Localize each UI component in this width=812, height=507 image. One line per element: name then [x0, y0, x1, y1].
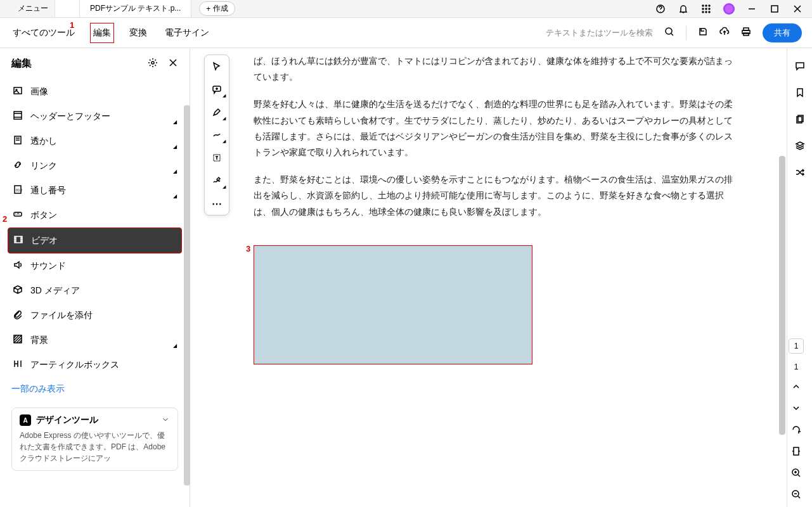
sound-icon — [13, 260, 23, 272]
adobe-express-icon: A — [20, 414, 31, 426]
bates-icon: 012 — [13, 184, 23, 196]
bookmark-panel-icon[interactable] — [794, 86, 806, 99]
home-button[interactable] — [55, 0, 80, 17]
submenu-icon: ◢ — [173, 169, 177, 174]
svg-point-3 — [709, 5, 710, 6]
notification-icon[interactable] — [678, 3, 689, 15]
svg-rect-18 — [14, 112, 22, 119]
help-icon[interactable] — [655, 3, 666, 15]
rotate-icon[interactable] — [790, 423, 802, 436]
save-icon[interactable] — [698, 27, 708, 39]
zoom-in-icon[interactable] — [790, 466, 802, 479]
shuffle-icon[interactable] — [794, 166, 806, 179]
tab-all-tools[interactable]: すべてのツール — [10, 23, 77, 42]
submenu-icon: ◢ — [173, 119, 177, 125]
marker-2: 2 — [3, 214, 7, 224]
media3d-icon — [13, 285, 23, 297]
page-up-icon[interactable] — [790, 380, 802, 393]
hamburger-icon — [6, 3, 15, 14]
highlight-tool[interactable]: ◢ — [209, 105, 224, 120]
select-tool[interactable] — [209, 59, 224, 74]
video-placeholder[interactable] — [254, 245, 532, 364]
design-body: Adobe Express の使いやすいツールで、優れた文書を作成できます。PD… — [20, 430, 170, 464]
pages-panel-icon[interactable] — [794, 113, 806, 125]
maximize-icon[interactable] — [769, 3, 780, 15]
create-label: 作成 — [213, 3, 228, 14]
svg-rect-14 — [744, 33, 749, 35]
sidebar-item-link[interactable]: リンク◢ — [8, 153, 182, 178]
cloud-upload-icon[interactable] — [719, 27, 730, 39]
page-down-icon[interactable] — [790, 402, 802, 414]
menu-label: メニュー — [18, 3, 48, 14]
svg-point-11 — [666, 28, 672, 34]
page-total: 1 — [794, 363, 799, 371]
text-tool[interactable] — [209, 150, 224, 165]
svg-rect-30 — [794, 447, 799, 455]
menu-button[interactable]: メニュー — [0, 0, 55, 17]
chevron-down-icon — [161, 415, 170, 426]
page-current[interactable]: 1 — [789, 338, 804, 354]
svg-point-4 — [702, 8, 704, 10]
zoom-out-icon[interactable] — [790, 488, 802, 501]
comment-tool[interactable]: ◢ — [209, 82, 224, 97]
panel-title: 編集 — [11, 57, 32, 70]
svg-point-5 — [706, 8, 707, 10]
svg-rect-16 — [14, 87, 22, 94]
sidebar-item-button[interactable]: OKボタン — [8, 203, 182, 228]
more-tool[interactable]: ⋯ — [209, 196, 224, 211]
marker-1: 1 — [70, 20, 74, 30]
sidebar-item-video[interactable]: ビデオ — [8, 228, 182, 254]
document-paragraph: 野菜を好む人々は、単に健康的な生活を送るだけでなく、創造的な料理の世界にも足を踏… — [254, 96, 736, 160]
search-icon[interactable] — [664, 27, 674, 39]
document-tab[interactable]: PDFサンプル テキスト.p... — [80, 0, 191, 17]
header-footer-icon — [13, 110, 23, 122]
comment-panel-icon[interactable] — [794, 60, 806, 72]
share-button[interactable]: 共有 — [763, 23, 802, 42]
svg-point-2 — [706, 5, 707, 6]
video-icon — [13, 234, 23, 247]
sign-tool[interactable]: ◢ — [209, 173, 224, 188]
layers-panel-icon[interactable] — [794, 139, 806, 152]
show-less-link[interactable]: 一部のみ表示 — [0, 380, 190, 399]
print-icon[interactable] — [741, 27, 751, 39]
sidebar-item-article[interactable]: アーティクルボックス — [8, 352, 182, 377]
tab-esign[interactable]: 電子サイン — [162, 23, 212, 42]
draw-tool[interactable]: ◢ — [209, 127, 224, 143]
image-icon — [13, 86, 23, 98]
profile-icon[interactable] — [723, 3, 735, 15]
svg-text:OK: OK — [15, 212, 20, 215]
close-panel-icon[interactable] — [168, 58, 178, 70]
submenu-icon: ◢ — [173, 144, 177, 150]
svg-point-7 — [702, 11, 704, 13]
submenu-icon: ◢ — [173, 193, 177, 199]
sidebar-item-attach[interactable]: ファイルを添付 — [8, 303, 182, 328]
sidebar-item-watermark[interactable]: 透かし◢ — [8, 129, 182, 153]
design-tool-card[interactable]: A デザインツール Adobe Express の使いやすいツールで、優れた文書… — [11, 408, 178, 471]
link-icon — [13, 160, 23, 172]
submenu-icon: ◢ — [173, 343, 177, 349]
scrollbar[interactable] — [779, 156, 785, 435]
marker-3: 3 — [246, 244, 250, 254]
svg-point-9 — [709, 11, 710, 13]
sidebar-item-sound[interactable]: サウンド — [8, 254, 182, 278]
svg-text:012: 012 — [16, 188, 23, 192]
scrollbar[interactable] — [184, 105, 190, 485]
sidebar-item-3d[interactable]: 3D メディア — [8, 278, 182, 303]
fit-width-icon[interactable] — [790, 445, 802, 458]
tab-edit[interactable]: 編集 — [90, 23, 114, 43]
attach-icon — [13, 309, 23, 321]
sidebar-item-image[interactable]: 画像 — [8, 79, 182, 104]
create-button[interactable]: + 作成 — [199, 1, 235, 16]
background-icon — [13, 334, 23, 346]
watermark-icon — [13, 135, 23, 147]
gear-icon[interactable] — [148, 58, 158, 70]
apps-icon[interactable] — [700, 3, 712, 15]
sidebar-item-header-footer[interactable]: ヘッダーとフッター◢ — [8, 104, 182, 129]
sidebar-item-bates[interactable]: 012通し番号◢ — [8, 178, 182, 203]
search-input[interactable]: テキストまたはツールを検索 — [546, 27, 653, 39]
svg-rect-10 — [771, 6, 778, 12]
close-window-icon[interactable] — [792, 3, 803, 15]
tab-convert[interactable]: 変換 — [127, 23, 150, 42]
minimize-icon[interactable] — [746, 3, 757, 15]
sidebar-item-background[interactable]: 背景◢ — [8, 328, 182, 352]
